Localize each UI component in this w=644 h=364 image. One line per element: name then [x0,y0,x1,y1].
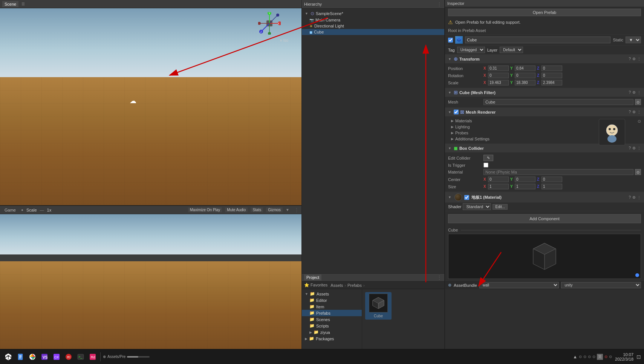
center-y-input[interactable] [515,177,535,182]
edit-collider-btn[interactable]: ✎ [483,155,493,161]
project-item-item[interactable]: 📁 Item [302,303,362,310]
mesh-value-input[interactable] [483,99,633,105]
box-collider-settings-icon[interactable]: ⚙ [632,146,636,150]
mesh-picker-btn[interactable]: ⊙ [635,99,641,105]
pos-z-input[interactable] [542,65,562,71]
collider-material-input[interactable] [483,169,633,175]
tray-icon-2[interactable]: ⊙ [583,355,586,359]
asset-bundle-dropdown[interactable]: wall [479,282,559,288]
taskbar-terminal-icon[interactable]: >_ [75,352,86,362]
renderer-preview-svg [601,121,623,143]
layer-dropdown[interactable]: Default [500,47,523,53]
hierarchy-scene-item[interactable]: ▼ ⊙ SampleScene* [302,10,444,17]
mesh-filter-body: Mesh ⊙ [445,97,644,107]
shader-edit-btn[interactable]: Edit... [493,204,508,210]
mute-btn[interactable]: Mute Audio [225,207,248,212]
maximize-btn[interactable]: Maximize On Play [188,207,222,212]
mesh-renderer-header[interactable]: ▼ ⊠ Mesh Renderer ? ⚙ ⋮ [445,108,644,116]
rot-x-input[interactable] [488,73,509,78]
static-dropdown[interactable]: ▼ [626,37,641,43]
mesh-filter-help-icon[interactable]: ? [629,90,631,94]
asset-bundle-variant-dropdown[interactable]: unity [561,282,641,288]
project-packages-item[interactable]: ▶ 📁 Packages [302,335,362,342]
mesh-renderer-menu-icon[interactable]: ⋮ [637,110,641,114]
cube-prefab-icon[interactable]: Cube [365,292,392,320]
transform-menu-icon[interactable]: ⋮ [637,57,641,61]
mesh-filter-header[interactable]: ▼ ⊞ Cube (Mesh Filter) ? ⚙ ⋮ [445,88,644,97]
tray-icon-5[interactable]: ⊙ [604,355,607,359]
object-active-checkbox[interactable] [448,38,453,43]
tray-network-icon[interactable]: ▲ [573,354,577,359]
project-ziyua-item[interactable]: ▶ 📁 ziyua [302,329,362,335]
renderer-right-icon[interactable]: ⊙ [638,119,641,124]
scene-tab[interactable]: Scene [2,1,18,7]
pos-y-input[interactable] [515,65,535,71]
additional-label: Additional Settings [455,137,490,141]
scale-x-input[interactable] [488,80,509,85]
mesh-filter-collapse-icon: ▼ [448,91,451,94]
rot-z-input[interactable] [542,73,562,78]
scale-z-input[interactable] [542,80,562,85]
stats-btn[interactable]: Stats [251,207,263,212]
size-y-input[interactable] [515,184,535,189]
collider-material-picker[interactable]: ⊙ [635,169,641,175]
game-tab[interactable]: Game [2,207,18,213]
svg-text:Z: Z [260,30,262,33]
scale-y-input[interactable] [515,80,535,85]
mesh-renderer-enabled-checkbox[interactable] [454,110,459,114]
tray-icon-6[interactable]: ⊙ [609,355,612,359]
transform-help-icon[interactable]: ? [629,57,631,61]
tray-icon-4[interactable]: ⊙ [592,355,595,359]
taskbar-red-icon[interactable]: R! [63,352,74,362]
rot-y-input[interactable] [515,73,535,78]
material-menu-icon[interactable]: ⋮ [637,195,641,200]
shader-dropdown[interactable]: Standard [463,203,491,210]
project-tab[interactable]: Project [304,274,321,280]
material-help-icon[interactable]: ? [629,195,631,200]
taskbar-vs-icon[interactable]: VS [39,352,50,362]
material-header[interactable]: ▼ 地板1 (Material) ? ⚙ ⋮ [445,192,644,203]
taskbar-rider-icon[interactable]: Rd [87,352,98,362]
transform-settings-icon[interactable]: ⚙ [632,57,636,61]
object-name-input[interactable] [465,37,610,43]
assets-icon: ⊕ [103,355,106,359]
mesh-filter-menu-icon[interactable]: ⋮ [637,90,641,94]
material-settings-icon[interactable]: ⚙ [632,195,636,200]
mesh-renderer-help-icon[interactable]: ? [629,110,631,114]
center-z-input[interactable] [542,177,562,182]
project-editor-item[interactable]: 📁 Editor [302,297,362,303]
size-x-input[interactable] [488,184,509,189]
gizmos-btn[interactable]: Gizmos [266,207,283,212]
material-enabled-checkbox[interactable] [464,195,469,200]
size-z-input[interactable] [542,184,562,189]
hierarchy-camera-item[interactable]: 📷 Main Camera [302,17,444,23]
box-collider-help-icon[interactable]: ? [629,146,631,150]
gizmo-widget[interactable]: X Y Z [258,12,281,35]
project-prefabs-item[interactable]: 📁 Prefabs [302,310,362,316]
input-method-label[interactable]: 英 [597,354,603,360]
center-x-input[interactable] [488,177,509,182]
mesh-renderer-settings-icon[interactable]: ⚙ [632,110,636,114]
project-scripts-item[interactable]: 📁 Scripts [302,323,362,329]
inspector-scroll[interactable]: Open Prefab ⚠ Open Prefab for full editi… [445,7,644,349]
tray-icon-1[interactable]: ⊙ [579,355,582,359]
tag-dropdown[interactable]: Untagged [457,47,485,53]
mesh-filter-settings-icon[interactable]: ⚙ [632,90,636,94]
transform-header[interactable]: ▼ ⊕ Transform ? ⚙ ⋮ [445,55,644,63]
hierarchy-cube-item[interactable]: ◼ Cube [302,29,444,35]
tray-icon-3[interactable]: ⊙ [588,355,591,359]
open-prefab-button[interactable]: Open Prefab [448,9,641,16]
taskbar-file-icon[interactable] [15,352,26,362]
project-assets-item[interactable]: ▼ 📁 Assets [302,291,362,297]
box-collider-menu-icon[interactable]: ⋮ [637,146,641,150]
show-desktop-btn[interactable]: ⊡ [636,354,641,360]
hierarchy-light-item[interactable]: ☀ Directional Light [302,23,444,29]
pos-x-input[interactable] [488,65,509,71]
taskbar-unity-icon[interactable] [3,352,14,362]
cube-thumb [369,294,388,312]
taskbar-vs2-icon[interactable]: C# [51,352,62,362]
add-component-button[interactable]: Add Component [448,214,641,223]
project-scenes-item[interactable]: 📁 Scenes [302,316,362,323]
taskbar-chrome-icon[interactable] [27,352,38,362]
is-trigger-checkbox[interactable] [483,163,488,168]
